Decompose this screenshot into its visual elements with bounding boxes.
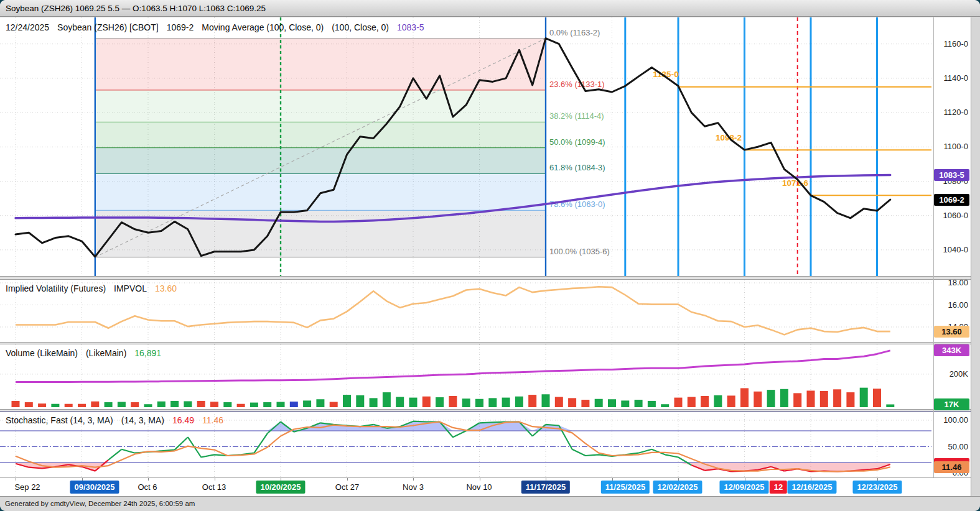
volume-bar[interactable] [780,389,788,407]
fib-level-label: 100.0% (1035-6) [549,247,610,256]
volume-bar[interactable] [184,401,192,407]
volume-bar[interactable] [701,396,709,407]
volume-bar[interactable] [422,397,431,407]
volume-bar[interactable] [370,398,378,407]
volume-bar[interactable] [555,397,563,407]
volume-bar[interactable] [740,388,749,407]
volume-bar[interactable] [873,389,881,407]
volume-bar[interactable] [515,397,523,407]
volume-bar[interactable] [118,402,126,407]
volume-bars [12,388,895,407]
date-label-Sep 22: Sep 22 [14,481,40,494]
volume-bar[interactable] [528,395,536,407]
volume-bar[interactable] [409,398,418,407]
volume-bar[interactable] [714,395,722,407]
volume-bar[interactable] [170,401,179,407]
volume-bar[interactable] [65,404,73,407]
volume-bar[interactable] [846,392,854,407]
volume-bar[interactable] [290,402,298,407]
volume-bar[interactable] [581,400,589,407]
volume-bar[interactable] [12,401,20,407]
price-pane[interactable]: 0.0% (1163-2)23.6% (1133-1)38.2% (1114-4… [0,17,971,276]
volume-bar[interactable] [303,400,311,407]
axis-badge-343K: 343K [934,344,969,356]
volume-header: Volume (LikeMain)(LikeMain)16,891 [6,348,169,358]
volume-bar[interactable] [316,399,324,407]
volume-bar[interactable] [608,399,616,407]
volume-bar[interactable] [635,400,643,407]
volume-bar[interactable] [475,399,483,407]
volume-bar[interactable] [807,390,815,407]
volume-bar[interactable] [767,390,775,407]
date-badge-10/20/2025[interactable]: 10/20/2025 [256,481,305,494]
date-badge-12/02/2025[interactable]: 12/02/2025 [653,481,702,494]
legend-item: 12/24/2025 [6,22,49,32]
volume-bar[interactable] [343,395,351,407]
volume-bar[interactable] [197,401,205,407]
window-titlebar[interactable]: Soybean (ZSH26) 1069.25 5.5 — O:1063.5 H… [0,0,980,17]
volume-bar[interactable] [144,404,152,407]
volume-bar[interactable] [648,401,656,407]
impvol-line[interactable] [16,287,890,334]
volume-bar[interactable] [105,402,113,407]
volume-bar[interactable] [502,398,510,407]
volume-bar[interactable] [820,391,828,407]
volume-bar[interactable] [886,404,894,407]
volume-bar[interactable] [793,393,801,407]
volume-bar[interactable] [449,396,457,407]
volume-bar[interactable] [661,404,669,407]
volume-bar[interactable] [210,402,218,407]
volume-bar[interactable] [330,402,338,407]
fib-band [95,90,546,122]
date-badge-12/09/2025[interactable]: 12/09/2025 [719,481,768,494]
impvol-header-item: IMPVOL [114,283,147,293]
price-axis-tick: 1160-0 [935,39,968,49]
volume-bar[interactable] [263,402,271,407]
date-badge-09/30/2025[interactable]: 09/30/2025 [70,481,119,494]
footer-bar: Generated by cmdtyView, December 24th 20… [0,496,980,511]
date-badge-11/17/2025[interactable]: 11/17/2025 [521,481,570,494]
volume-bar[interactable] [462,398,470,407]
volume-bar[interactable] [277,402,285,407]
price-axis-tick: 1040-0 [935,245,968,255]
date-badge-12/23/2025[interactable]: 12/23/2025 [852,481,902,494]
volume-bar[interactable] [157,402,166,407]
volume-bar[interactable] [131,402,139,407]
volume-bar[interactable] [688,397,696,407]
volume-bar[interactable] [78,404,86,407]
volume-bar[interactable] [860,388,868,407]
volume-bar[interactable] [396,397,404,407]
volume-bar[interactable] [237,404,245,407]
volume-bar[interactable] [754,392,762,407]
volume-bar[interactable] [727,395,735,407]
volume-bar[interactable] [51,404,59,407]
axis-badge-1083-5: 1083-5 [934,169,969,181]
volume-header-item: (LikeMain) [86,348,126,358]
volume-bar[interactable] [674,398,683,407]
volume-bar[interactable] [383,392,391,407]
date-badge-12/16/2025[interactable]: 12/16/2025 [787,481,836,494]
axis-badge-13.60: 13.60 [934,326,969,338]
volume-bar[interactable] [621,400,629,407]
volume-bar[interactable] [250,403,258,407]
volume-bar[interactable] [356,395,364,407]
price-axis-tick: 1140-0 [935,73,968,83]
volume-bar[interactable] [25,402,33,407]
volume-bar[interactable] [91,402,99,407]
volume-bar[interactable] [223,402,231,407]
volume-bar[interactable] [38,403,46,407]
date-badge-12[interactable]: 12 [770,481,787,494]
chart-shell: 0.0% (1163-2)23.6% (1133-1)38.2% (1114-4… [0,17,971,496]
app-window: Soybean (ZSH26) 1069.25 5.5 — O:1063.5 H… [0,0,980,511]
volume-bar[interactable] [488,398,497,407]
axis-badge-1069-2: 1069-2 [934,194,969,206]
volume-bar[interactable] [436,397,444,407]
volume-bar[interactable] [595,399,603,407]
date-badge-11/25/2025[interactable]: 11/25/2025 [601,481,650,494]
volume-bar[interactable] [568,398,576,407]
volume-bar[interactable] [542,394,550,407]
stoch-header-item: Stochastic, Fast (14, 3, MA) [6,415,113,425]
volume-bar[interactable] [833,389,841,407]
legend-item: Soybean (ZSH26) [CBOT] [57,22,159,32]
impvol-axis-tick: 18.00 [935,278,968,288]
